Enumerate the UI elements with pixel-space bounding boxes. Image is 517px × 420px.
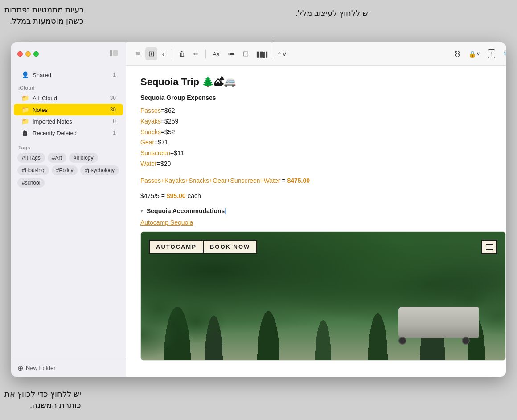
expense-value-snacks: =$52 <box>161 128 175 136</box>
cursor-bar: | <box>225 207 226 214</box>
expense-name-gear: Gear <box>140 139 154 146</box>
font-button[interactable] <box>209 48 223 60</box>
annotation-bl-line2: כותרת המשנה. <box>30 401 81 410</box>
grid-view-button[interactable] <box>145 47 157 60</box>
annotation-top-right: יש ללחוץ לעיצוב מלל. <box>295 8 370 19</box>
tag-art[interactable]: #Art <box>48 153 66 163</box>
trailer-wheel-left <box>398 337 406 345</box>
svg-rect-0 <box>110 50 112 56</box>
expense-value-gear: =$71 <box>154 139 168 146</box>
tag-biology[interactable]: #biology <box>69 153 98 163</box>
traffic-lights <box>17 51 39 57</box>
share-button[interactable] <box>485 48 498 60</box>
per-person-suffix: each <box>186 192 201 199</box>
main-content: ∨ Sequoia Trip 🌲🏕🚐 Sequoia Group Expense… <box>126 42 506 377</box>
expense-name-sunscreen: Sunscreen <box>140 149 170 156</box>
table-button[interactable] <box>240 47 252 60</box>
expense-name-water: Water <box>140 160 157 167</box>
total-equals: = <box>282 177 287 184</box>
lock-icon <box>468 50 476 58</box>
share-icon <box>488 50 495 58</box>
back-button[interactable] <box>159 46 168 61</box>
autocamp-brand-label: AUTOCAMP <box>149 240 204 254</box>
font-icon <box>213 50 220 58</box>
list-icon <box>135 49 140 58</box>
plus-icon: ⊕ <box>17 364 23 372</box>
audio-button[interactable] <box>254 48 272 60</box>
autocamp-image-block: AUTOCAMP BOOK NOW <box>140 231 506 361</box>
search-icon <box>503 50 506 58</box>
table-icon <box>243 49 249 58</box>
new-folder-button[interactable]: ⊕ New Folder <box>11 359 126 377</box>
media-button[interactable] <box>274 48 290 60</box>
sidebar-item-shared[interactable]: 👤 Shared 1 <box>14 69 123 81</box>
maximize-button[interactable] <box>33 51 39 57</box>
app-window: 👤 Shared 1 iCloud 📁 All iCloud 30 📁 Note… <box>11 42 506 377</box>
per-person-formula: $475/5 = <box>140 192 167 199</box>
book-now-button[interactable]: BOOK NOW <box>204 240 257 254</box>
sidebar-item-all-icloud[interactable]: 📁 All iCloud 30 <box>14 92 123 104</box>
annotation-tl-line1: בעיות מתמטיות נפתרות <box>4 5 84 14</box>
expense-row-kayaks: Kayaks=$259 <box>140 116 506 127</box>
trailer-wheel-right <box>462 337 470 345</box>
accommodations-section-name: Sequoia Accommodations| <box>147 207 226 214</box>
expense-value-passes: =$62 <box>161 107 175 114</box>
hamburger-icon <box>486 244 493 250</box>
total-value: $475.00 <box>287 177 310 184</box>
annotation-top-left: בעיות מתמטיות נפתרות כשהן מוטמעות במלל. <box>4 4 84 27</box>
recently-deleted-count: 1 <box>113 130 116 136</box>
checklist-button[interactable] <box>225 47 238 60</box>
sidebar-item-notes[interactable]: 📁 Notes 30 <box>14 104 123 115</box>
expense-row-gear: Gear=$71 <box>140 137 506 148</box>
checklist-icon <box>228 49 235 58</box>
minimize-button[interactable] <box>25 51 31 57</box>
trailer-body <box>398 307 479 338</box>
imported-notes-count: 0 <box>113 118 116 124</box>
tag-psychology[interactable]: #psychology <box>80 165 119 175</box>
toolbar: ∨ <box>126 42 506 66</box>
tags-section: Tags All Tags #Art #biology #Housing #Po… <box>11 139 126 191</box>
delete-button[interactable] <box>176 48 189 60</box>
trash-toolbar-icon <box>179 50 185 58</box>
sidebar: 👤 Shared 1 iCloud 📁 All iCloud 30 📁 Note… <box>11 42 126 377</box>
all-icloud-count: 30 <box>110 95 116 101</box>
lock-button[interactable]: ∨ <box>465 48 483 60</box>
autocamp-menu-button[interactable] <box>481 240 497 254</box>
close-button[interactable] <box>17 51 23 57</box>
svg-rect-1 <box>113 50 118 56</box>
expense-row-snacks: Snacks=$52 <box>140 127 506 138</box>
sidebar-toggle-button[interactable] <box>108 48 119 60</box>
total-formula: Passes+Kayaks+Snacks+Gear+Sunscreen+Wate… <box>140 177 280 184</box>
sidebar-item-recently-deleted[interactable]: 🗑 Recently Deleted 1 <box>14 127 123 139</box>
compose-icon <box>193 50 199 58</box>
link-button[interactable] <box>451 48 464 60</box>
section-toggle-button[interactable]: ▾ <box>140 208 143 214</box>
shared-count: 1 <box>113 72 116 78</box>
annotation-tr-text: יש ללחוץ לעיצוב מלל. <box>295 9 370 18</box>
autocamp-header-overlay: AUTOCAMP BOOK NOW <box>149 240 257 254</box>
per-person-row: $475/5 = $95.00 each <box>140 191 506 202</box>
section-header-icloud: iCloud <box>11 81 126 92</box>
tag-policy[interactable]: #Policy <box>52 165 78 175</box>
sidebar-titlebar <box>11 42 126 66</box>
tag-school[interactable]: #school <box>17 178 45 188</box>
annotation-bottom-left: יש ללחוץ כדי לכווץ את כותרת המשנה. <box>4 389 81 411</box>
photo-icon <box>277 50 282 58</box>
tag-all-tags[interactable]: All Tags <box>17 153 45 163</box>
sidebar-item-imported-notes[interactable]: 📁 Imported Notes 0 <box>14 115 123 127</box>
per-person-value: $95.00 <box>167 192 186 199</box>
list-view-button[interactable] <box>132 47 144 61</box>
expense-row-passes: Passes=$62 <box>140 106 506 116</box>
compose-button[interactable] <box>190 48 202 60</box>
search-button[interactable] <box>500 48 506 60</box>
trash-icon: 🗑 <box>21 129 29 136</box>
accommodations-section-row: ▾ Sequoia Accommodations| <box>140 207 506 214</box>
expense-value-kayaks: =$259 <box>161 118 178 125</box>
expense-row-sunscreen: Sunscreen=$11 <box>140 148 506 159</box>
tag-housing[interactable]: #Housing <box>17 165 49 175</box>
note-subtitle: Sequoia Group Expenses <box>140 94 506 101</box>
note-title: Sequoia Trip 🌲🏕🚐 <box>140 76 506 88</box>
notes-folder-icon: 📁 <box>21 106 29 113</box>
autocamp-link[interactable]: Autocamp Sequoia <box>140 219 506 226</box>
grid-icon <box>148 49 154 58</box>
